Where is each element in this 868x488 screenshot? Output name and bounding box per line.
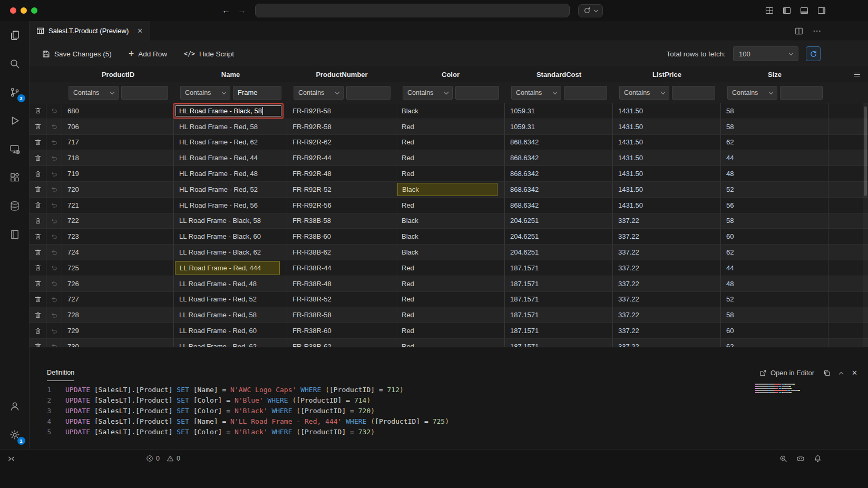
cell-728-productid[interactable]: 728 xyxy=(62,307,174,323)
cell-723-name[interactable]: LL Road Frame - Black, 60 xyxy=(174,229,287,245)
cell-680-color[interactable]: Black xyxy=(396,103,505,119)
close-tab-icon[interactable]: ✕ xyxy=(137,27,143,34)
tab-salesltproduct-preview[interactable]: SalesLT.Product (Preview) ✕ xyxy=(30,21,150,41)
customize-layout-icon[interactable] xyxy=(765,6,774,15)
remote-window-icon[interactable] xyxy=(7,455,15,463)
command-center-search[interactable] xyxy=(255,4,570,17)
sidebar-item-search[interactable] xyxy=(0,50,30,78)
account-button[interactable] xyxy=(0,392,30,421)
cell-706-productnumber[interactable]: FR-R92R-58 xyxy=(287,119,396,135)
cell-727-size[interactable]: 52 xyxy=(721,292,828,308)
cell-726-productid[interactable]: 726 xyxy=(62,276,174,292)
cell-725-productnumber[interactable]: FR-R38R-44 xyxy=(287,260,396,276)
cell-719-size[interactable]: 48 xyxy=(721,166,828,182)
cell-680-productnumber[interactable]: FR-R92B-58 xyxy=(287,103,396,119)
notifications-bell-icon[interactable] xyxy=(814,455,822,463)
sidebar-item-explorer[interactable] xyxy=(0,21,30,50)
cell-721-listprice[interactable]: 1431.50 xyxy=(613,198,721,213)
sidebar-item-database[interactable] xyxy=(0,192,30,220)
delete-row-button[interactable] xyxy=(30,198,46,213)
delete-row-button[interactable] xyxy=(30,182,46,198)
back-button[interactable]: ← xyxy=(220,4,232,17)
minimap[interactable] xyxy=(755,383,803,394)
cell-720-productnumber[interactable]: FR-R92R-52 xyxy=(287,182,396,198)
cell-719-productid[interactable]: 719 xyxy=(62,166,174,182)
refresh-table-button[interactable] xyxy=(806,46,821,61)
vertical-scrollbar[interactable] xyxy=(863,103,868,347)
cell-721-name[interactable]: HL Road Frame - Red, 56 xyxy=(174,198,287,213)
sidebar-item-run-debug[interactable] xyxy=(0,106,30,135)
delete-row-button[interactable] xyxy=(30,292,46,308)
cell-725-standardcost[interactable]: 187.1571 xyxy=(505,260,613,276)
cell-721-productnumber[interactable]: FR-R92R-56 xyxy=(287,198,396,213)
cell-730-productid[interactable]: 730 xyxy=(62,339,174,347)
cell-725-listprice[interactable]: 337.22 xyxy=(613,260,721,276)
cell-730-color[interactable]: Red xyxy=(396,339,505,347)
cell-729-productid[interactable]: 729 xyxy=(62,323,174,339)
forward-button[interactable]: → xyxy=(236,4,248,17)
cell-729-name[interactable]: LL Road Frame - Red, 60 xyxy=(174,323,287,339)
cell-724-listprice[interactable]: 337.22 xyxy=(613,245,721,260)
cell-722-productnumber[interactable]: FR-R38B-58 xyxy=(287,213,396,229)
cell-726-size[interactable]: 48 xyxy=(721,276,828,292)
copilot-icon[interactable] xyxy=(796,454,805,463)
filter-operator-select-standardcost[interactable]: Contains xyxy=(511,86,561,100)
sql-code-editor[interactable]: 1UPDATE [SalesLT].[Product] SET [Name] =… xyxy=(30,381,868,449)
revert-row-button[interactable] xyxy=(46,276,62,292)
cell-720-color[interactable]: Black xyxy=(396,182,505,198)
cell-726-productnumber[interactable]: FR-R38R-48 xyxy=(287,276,396,292)
cell-706-color[interactable]: Red xyxy=(396,119,505,135)
delete-row-button[interactable] xyxy=(30,150,46,166)
cell-728-listprice[interactable]: 337.22 xyxy=(613,307,721,323)
cell-718-size[interactable]: 44 xyxy=(721,150,828,166)
filter-operator-select-productnumber[interactable]: Contains xyxy=(294,86,344,100)
toggle-sidebar-icon[interactable] xyxy=(783,6,791,15)
cell-727-listprice[interactable]: 337.22 xyxy=(613,292,721,308)
cell-722-standardcost[interactable]: 204.6251 xyxy=(505,213,613,229)
cell-680-name[interactable]: HL Road Frame - Black, 58 xyxy=(174,103,287,119)
cell-706-standardcost[interactable]: 1059.31 xyxy=(505,119,613,135)
cell-724-standardcost[interactable]: 204.6251 xyxy=(505,245,613,260)
cell-719-productnumber[interactable]: FR-R92R-48 xyxy=(287,166,396,182)
sidebar-item-extensions[interactable] xyxy=(0,163,30,192)
zoom-window-button[interactable] xyxy=(31,7,37,14)
cell-722-productid[interactable]: 722 xyxy=(62,213,174,229)
cell-722-name[interactable]: LL Road Frame - Black, 58 xyxy=(174,213,287,229)
cell-718-listprice[interactable]: 1431.50 xyxy=(613,150,721,166)
cell-719-color[interactable]: Red xyxy=(396,166,505,182)
code-line[interactable]: 4UPDATE [SalesLT].[Product] SET [Name] =… xyxy=(30,416,868,426)
cell-717-productnumber[interactable]: FR-R92R-62 xyxy=(287,135,396,151)
revert-row-button[interactable] xyxy=(46,307,62,323)
total-rows-dropdown[interactable]: 100 xyxy=(733,46,798,61)
cell-725-name[interactable]: LL Road Frame - Red, 444 xyxy=(174,260,287,276)
split-editor-icon[interactable] xyxy=(795,27,803,35)
cell-718-standardcost[interactable]: 868.6342 xyxy=(505,150,613,166)
cell-680-listprice[interactable]: 1431.50 xyxy=(613,103,721,119)
save-changes-button[interactable]: Save Changes (5) xyxy=(42,50,112,58)
cell-718-name[interactable]: HL Road Frame - Red, 44 xyxy=(174,150,287,166)
code-line[interactable]: 2UPDATE [SalesLT].[Product] SET [Color] … xyxy=(30,395,868,405)
cell-680-productid[interactable]: 680 xyxy=(62,103,174,119)
minimize-window-button[interactable] xyxy=(21,7,27,14)
cell-727-name[interactable]: LL Road Frame - Red, 52 xyxy=(174,292,287,308)
delete-row-button[interactable] xyxy=(30,103,46,119)
delete-row-button[interactable] xyxy=(30,119,46,135)
cell-723-standardcost[interactable]: 204.6251 xyxy=(505,229,613,245)
cell-724-color[interactable]: Black xyxy=(396,245,505,260)
delete-row-button[interactable] xyxy=(30,229,46,245)
hide-script-button[interactable]: </> Hide Script xyxy=(184,50,234,58)
column-header-color[interactable]: Color xyxy=(396,66,505,82)
cell-718-productnumber[interactable]: FR-R92R-44 xyxy=(287,150,396,166)
cell-722-listprice[interactable]: 337.22 xyxy=(613,213,721,229)
column-header-productnumber[interactable]: ProductNumber xyxy=(287,66,396,82)
cell-719-listprice[interactable]: 1431.50 xyxy=(613,166,721,182)
cell-722-color[interactable]: Black xyxy=(396,213,505,229)
delete-row-button[interactable] xyxy=(30,323,46,339)
cell-720-listprice[interactable]: 1431.50 xyxy=(613,182,721,198)
cell-719-name[interactable]: HL Road Frame - Red, 48 xyxy=(174,166,287,182)
cell-722-size[interactable]: 58 xyxy=(721,213,828,229)
cell-721-standardcost[interactable]: 868.6342 xyxy=(505,198,613,213)
cell-729-listprice[interactable]: 337.22 xyxy=(613,323,721,339)
cell-726-listprice[interactable]: 337.22 xyxy=(613,276,721,292)
close-window-button[interactable] xyxy=(10,7,16,14)
